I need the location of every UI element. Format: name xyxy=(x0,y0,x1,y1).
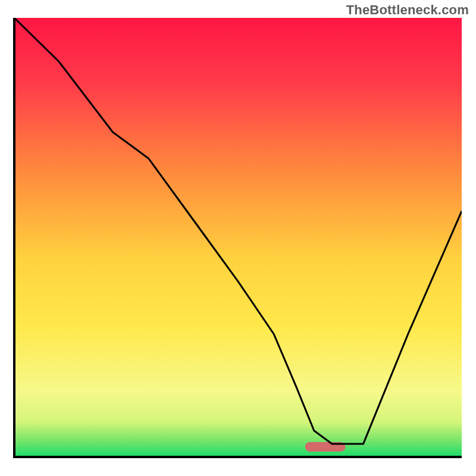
chart-svg xyxy=(0,0,476,476)
chart-container: TheBottleneck.com xyxy=(0,0,476,476)
plot-area xyxy=(14,18,462,457)
gradient-background xyxy=(14,18,462,457)
watermark-text: TheBottleneck.com xyxy=(346,2,469,18)
